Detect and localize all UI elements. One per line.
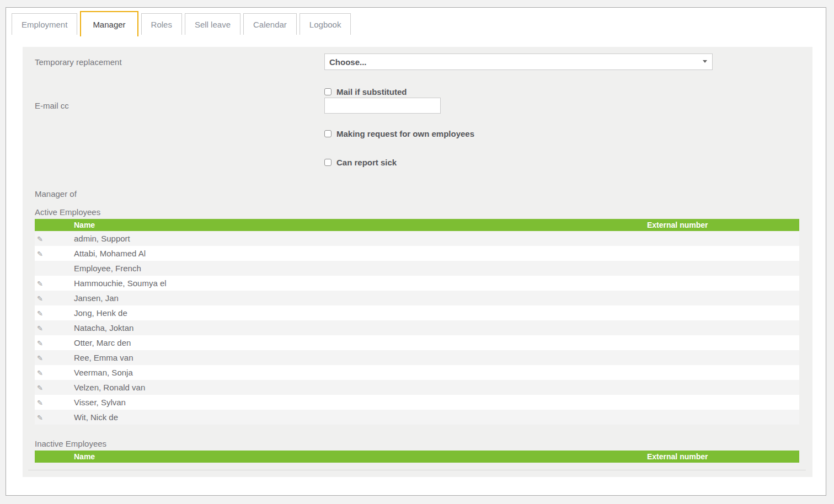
edit-pencil-icon[interactable]: ✎ xyxy=(37,310,43,317)
tab-employment[interactable]: Employment xyxy=(12,13,77,35)
can-report-sick-row: Can report sick xyxy=(324,158,800,167)
tab-logbook[interactable]: Logbook xyxy=(300,13,351,35)
active-employees-table: Name External number ✎admin, Support✎Att… xyxy=(35,219,799,425)
section-divider xyxy=(28,470,806,470)
table-row: ✎Attabi, Mohamed Al xyxy=(35,246,799,261)
active-employees-title: Active Employees xyxy=(35,207,800,217)
table-row: ✎Natacha, Joktan xyxy=(35,320,799,335)
row-edit-cell: ✎ xyxy=(35,398,74,407)
employee-name: Attabi, Mohamed Al xyxy=(74,249,647,258)
page-card: EmploymentManagerRolesSell leaveCalendar… xyxy=(6,7,826,496)
edit-pencil-icon[interactable]: ✎ xyxy=(37,295,43,302)
edit-pencil-icon[interactable]: ✎ xyxy=(37,369,43,377)
table-row: ✎admin, Support xyxy=(35,231,799,246)
chevron-down-icon xyxy=(703,60,707,63)
manager-tab-panel: Temporary replacement Choose... Mail if … xyxy=(23,47,812,477)
mail-if-substituted-checkbox[interactable] xyxy=(324,88,332,95)
temporary-replacement-select[interactable]: Choose... xyxy=(324,53,713,70)
table-row: ✎Visser, Sylvan xyxy=(35,395,799,410)
edit-pencil-icon[interactable]: ✎ xyxy=(37,384,43,392)
row-edit-cell: ✎ xyxy=(35,308,74,318)
edit-pencil-icon[interactable]: ✎ xyxy=(37,325,43,332)
email-cc-row: E-mail cc xyxy=(35,98,800,114)
row-edit-cell: ✎ xyxy=(35,412,74,422)
tab-sell-leave[interactable]: Sell leave xyxy=(185,13,240,35)
employee-name: Visser, Sylvan xyxy=(74,398,647,407)
table-row: ✎Veerman, Sonja xyxy=(35,365,799,380)
row-edit-cell: ✎ xyxy=(35,249,74,258)
inactive-employees-table: Name External number xyxy=(35,451,799,463)
temporary-replacement-select-value: Choose... xyxy=(329,57,367,67)
employee-name: Employee, French xyxy=(74,264,647,273)
row-edit-cell: ✎ xyxy=(35,383,74,392)
employee-name: Jansen, Jan xyxy=(74,293,647,303)
can-report-sick-label: Can report sick xyxy=(336,158,397,167)
temporary-replacement-label: Temporary replacement xyxy=(35,57,324,67)
tab-calendar[interactable]: Calendar xyxy=(243,13,297,35)
table-row: ✎Wit, Nick de xyxy=(35,410,799,425)
employee-name: Jong, Henk de xyxy=(74,308,647,318)
edit-pencil-icon[interactable]: ✎ xyxy=(37,235,43,243)
row-edit-cell: ✎ xyxy=(35,278,74,288)
inactive-employees-table-header: Name External number xyxy=(35,451,799,463)
edit-pencil-icon[interactable]: ✎ xyxy=(37,340,43,347)
inactive-employees-title: Inactive Employees xyxy=(35,439,800,448)
table-row: ✎Velzen, Ronald van xyxy=(35,380,799,395)
external-number-column-header: External number xyxy=(647,452,799,461)
name-column-header: Name xyxy=(74,221,647,229)
email-cc-label: E-mail cc xyxy=(35,101,324,110)
row-edit-cell: ✎ xyxy=(35,234,74,243)
table-row: Employee, French xyxy=(35,261,799,276)
table-row: ✎Otter, Marc den xyxy=(35,335,799,350)
row-edit-cell: ✎ xyxy=(35,338,74,347)
row-edit-cell: ✎ xyxy=(35,353,74,362)
row-edit-cell: ✎ xyxy=(35,293,74,303)
tab-bar: EmploymentManagerRolesSell leaveCalendar… xyxy=(12,11,354,36)
can-report-sick-checkbox[interactable] xyxy=(324,159,332,166)
edit-pencil-icon[interactable]: ✎ xyxy=(37,280,43,287)
employee-name: Wit, Nick de xyxy=(74,412,647,422)
temporary-replacement-row: Temporary replacement Choose... xyxy=(35,53,800,70)
edit-pencil-icon[interactable]: ✎ xyxy=(37,355,43,362)
tab-manager[interactable]: Manager xyxy=(80,11,138,36)
making-request-checkbox[interactable] xyxy=(324,130,332,137)
employee-name: Velzen, Ronald van xyxy=(74,383,647,392)
active-employees-table-header: Name External number xyxy=(35,219,799,231)
employee-name: Natacha, Joktan xyxy=(74,323,647,333)
row-edit-cell: ✎ xyxy=(35,323,74,333)
table-row: ✎Hammouchie, Soumya el xyxy=(35,276,799,291)
email-cc-field[interactable] xyxy=(324,98,441,114)
making-request-label: Making request for own employees xyxy=(336,129,474,138)
edit-pencil-icon[interactable]: ✎ xyxy=(37,250,43,258)
employee-name: Ree, Emma van xyxy=(74,353,647,362)
tab-roles[interactable]: Roles xyxy=(141,13,182,35)
mail-if-substituted-row: Mail if substituted xyxy=(324,87,800,96)
row-edit-cell: ✎ xyxy=(35,368,74,377)
name-column-header: Name xyxy=(74,452,647,461)
mail-if-substituted-label: Mail if substituted xyxy=(336,87,407,96)
employee-name: admin, Support xyxy=(74,234,647,243)
edit-pencil-icon[interactable]: ✎ xyxy=(37,414,43,421)
employee-name: Otter, Marc den xyxy=(74,338,647,347)
making-request-row: Making request for own employees xyxy=(324,129,800,138)
manager-of-label: Manager of xyxy=(35,189,800,199)
employee-name: Veerman, Sonja xyxy=(74,368,647,377)
external-number-column-header: External number xyxy=(647,221,799,229)
edit-pencil-icon[interactable]: ✎ xyxy=(37,399,43,406)
table-row: ✎Ree, Emma van xyxy=(35,350,799,365)
active-employees-rows: ✎admin, Support✎Attabi, Mohamed AlEmploy… xyxy=(35,231,799,425)
table-row: ✎Jansen, Jan xyxy=(35,291,799,305)
table-row: ✎Jong, Henk de xyxy=(35,305,799,320)
employee-name: Hammouchie, Soumya el xyxy=(74,278,647,288)
